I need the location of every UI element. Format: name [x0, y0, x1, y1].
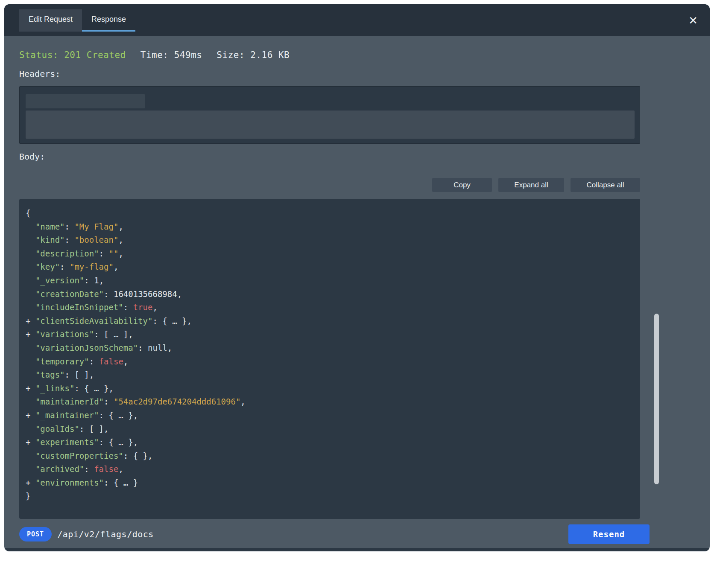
status-row: Status: 201 Created Time: 549ms Size: 2.… [19, 50, 640, 60]
json-line: "temporary": false, [26, 355, 636, 369]
headers-label: Headers: [19, 69, 640, 79]
collapse-all-button[interactable]: Collapse all [571, 178, 640, 192]
size-text: Size: 2.16 KB [217, 50, 290, 60]
json-line: "description": "", [26, 247, 636, 261]
json-line: "variationJsonSchema": null, [26, 341, 636, 355]
json-line: + "experiments": { … }, [26, 436, 636, 449]
expand-icon[interactable]: + [26, 478, 35, 487]
status-value: 201 Created [64, 50, 126, 60]
json-body-panel: { "name": "My Flag", "kind": "boolean", … [19, 199, 640, 519]
body-label: Body: [19, 151, 640, 162]
tab-response[interactable]: Response [82, 9, 135, 32]
json-line: } [26, 489, 636, 503]
json-line: "kind": "boolean", [26, 233, 636, 247]
tab-bar: Edit Request Response [19, 9, 135, 32]
expand-icon[interactable]: + [26, 410, 35, 420]
redacted-header-values [26, 111, 635, 139]
scrollbar-thumb[interactable] [654, 314, 659, 484]
json-line: "maintainerId": "54ac2d97de674204ddd6109… [26, 395, 636, 409]
json-line: { [26, 207, 636, 220]
expand-all-button[interactable]: Expand all [498, 178, 564, 192]
time-label: Time: [140, 50, 169, 60]
json-line: + "_maintainer": { … }, [26, 409, 636, 422]
json-line: + "clientSideAvailability": { … }, [26, 314, 636, 328]
close-icon[interactable]: ✕ [688, 15, 698, 26]
expand-icon[interactable]: + [26, 384, 35, 393]
json-line: "_version": 1, [26, 274, 636, 288]
response-modal: Edit Request Response ✕ Status: 201 Crea… [4, 4, 710, 551]
expand-icon[interactable]: + [26, 329, 35, 339]
status-label: Status: [19, 50, 59, 60]
size-value: 2.16 KB [250, 50, 290, 60]
resend-button[interactable]: Resend [568, 524, 650, 544]
tab-edit-request[interactable]: Edit Request [19, 9, 82, 32]
method-badge: POST [19, 527, 52, 541]
body-toolbar: Copy Expand all Collapse all [19, 178, 640, 192]
json-line: "customProperties": { }, [26, 449, 636, 463]
modal-bottom-strip [4, 548, 710, 551]
json-line: "archived": false, [26, 463, 636, 476]
request-path: /api/v2/flags/docs [57, 529, 154, 539]
json-line: "creationDate": 1640135668984, [26, 288, 636, 301]
json-line: + "variations": [ … ], [26, 328, 636, 341]
redacted-header-key [26, 94, 145, 108]
json-line: + "_links": { … }, [26, 382, 636, 396]
json-line: "goalIds": [ ], [26, 422, 636, 436]
json-line: "tags": [ ], [26, 368, 636, 382]
modal-topbar: Edit Request Response ✕ [4, 4, 710, 36]
time-value: 549ms [174, 50, 202, 60]
expand-icon[interactable]: + [26, 437, 35, 447]
status-text: Status: 201 Created [19, 50, 126, 60]
response-content: Status: 201 Created Time: 549ms Size: 2.… [4, 36, 710, 521]
json-line: "key": "my-flag", [26, 260, 636, 274]
json-line: "includeInSnippet": true, [26, 301, 636, 314]
json-line: + "environments": { … } [26, 476, 636, 490]
request-footer: POST /api/v2/flags/docs Resend [4, 521, 710, 548]
json-line: "name": "My Flag", [26, 220, 636, 234]
expand-icon[interactable]: + [26, 316, 35, 326]
json-body-code: { "name": "My Flag", "kind": "boolean", … [26, 207, 636, 503]
size-label: Size: [217, 50, 245, 60]
time-text: Time: 549ms [140, 50, 202, 60]
copy-button[interactable]: Copy [432, 178, 492, 192]
headers-box [19, 86, 640, 144]
